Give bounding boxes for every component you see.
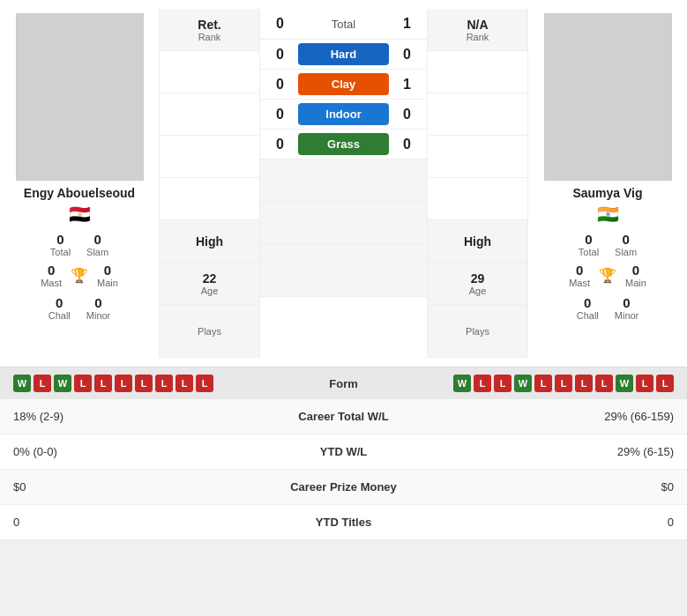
form-badge: L	[656, 375, 674, 392]
left-flag-row: 🇪🇬	[69, 204, 91, 225]
form-section: WLWLLLLLLL Form WLLWLLLLWLL	[0, 367, 687, 399]
left-player-stats-row1: 0 Total 0 Slam	[50, 232, 108, 257]
hard-button: Hard	[298, 43, 389, 65]
right-rank-value: N/A	[467, 18, 488, 32]
indoor-left-score: 0	[269, 107, 291, 122]
left-spacer4	[160, 178, 259, 220]
right-mast-stat: 0 Mast	[569, 263, 590, 288]
hard-row: 0 Hard 0	[260, 40, 427, 70]
grass-button: Grass	[298, 133, 389, 155]
right-form-badges: WLLWLLLLWLL	[388, 375, 675, 392]
ytd-wl-right: 29% (6-15)	[446, 434, 687, 470]
left-form-badges: WLWLLLLLLL	[13, 375, 300, 392]
form-badge: L	[555, 375, 572, 392]
right-age-label: Age	[469, 286, 487, 296]
stats-table: 18% (2-9) Career Total W/L 29% (66-159) …	[0, 399, 687, 540]
left-total-value: 0	[56, 232, 63, 247]
form-badge: W	[54, 375, 71, 392]
form-badge: L	[115, 375, 132, 392]
left-minor-stat: 0 Minor	[86, 295, 111, 321]
right-minor-stat: 0 Minor	[615, 295, 639, 321]
left-mast-value: 0	[48, 263, 55, 278]
left-slam-label: Slam	[86, 247, 108, 257]
right-player-stats-row3: 0 Chall 0 Minor	[577, 295, 639, 321]
right-chall-value: 0	[584, 295, 591, 310]
form-label: Form	[300, 377, 388, 390]
left-age-cell: 22 Age	[160, 263, 259, 305]
right-high-value: High	[464, 234, 491, 249]
right-rank-label: Rank	[467, 32, 489, 42]
grass-right-score: 0	[396, 137, 418, 152]
total-row: 0 Total 1	[260, 9, 427, 40]
clay-row: 0 Clay 1	[260, 70, 427, 100]
indoor-row: 0 Indoor 0	[260, 100, 427, 130]
form-badge: W	[514, 375, 532, 392]
career-wl-left: 18% (2-9)	[0, 399, 241, 434]
form-badge: L	[196, 375, 213, 392]
left-mast-stat: 0 Mast	[41, 263, 62, 288]
right-slam-label: Slam	[615, 247, 637, 257]
left-stat-col: Ret. Rank High 22 Age Plays	[159, 9, 260, 358]
right-stat-col: N/A Rank High 29 Age Plays	[427, 9, 528, 358]
right-mast-value: 0	[576, 263, 583, 278]
left-plays-cell: Plays	[160, 305, 259, 358]
right-age-cell: 29 Age	[428, 263, 527, 305]
left-main-label: Main	[97, 278, 118, 288]
right-trophy-row: 0 Mast 🏆 0 Main	[569, 263, 646, 288]
left-plays-label: Plays	[198, 326, 221, 337]
clay-right-score: 1	[396, 77, 418, 93]
left-flag: 🇪🇬	[69, 204, 91, 225]
left-age-label: Age	[201, 286, 219, 296]
indoor-right-score: 0	[396, 107, 418, 122]
center-plays-spacer	[260, 244, 427, 297]
right-high-cell: High	[428, 220, 527, 263]
left-rank-label: Rank	[198, 32, 221, 42]
right-slam-stat: 0 Slam	[615, 232, 637, 257]
clay-button: Clay	[298, 73, 389, 95]
right-slam-value: 0	[622, 232, 629, 247]
titles-row: 0 YTD Titles 0	[0, 505, 687, 540]
form-badge: L	[74, 375, 92, 392]
left-rank-cell: Ret. Rank	[160, 9, 259, 51]
right-player-photo	[544, 13, 672, 181]
left-high-cell: High	[160, 220, 259, 263]
right-spacer3	[428, 136, 527, 178]
right-main-value: 0	[632, 263, 639, 278]
right-rank-cell: N/A Rank	[428, 9, 527, 51]
prize-left: $0	[0, 470, 241, 505]
right-player-card: Saumya Vig 🇮🇳 0 Total 0 Slam 0 Mast	[528, 9, 687, 358]
left-player-name: Engy Abouelseoud	[24, 186, 135, 200]
left-player-stats-row3: 0 Chall 0 Minor	[49, 295, 111, 321]
prize-row: $0 Career Prize Money $0	[0, 470, 687, 505]
right-spacer4	[428, 178, 527, 220]
form-badge: L	[575, 375, 593, 392]
left-minor-label: Minor	[86, 310, 111, 321]
right-mast-label: Mast	[569, 278, 590, 288]
left-high-value: High	[196, 234, 223, 249]
titles-label: YTD Titles	[241, 505, 447, 540]
right-main-label: Main	[625, 278, 646, 288]
right-spacer1	[428, 51, 527, 93]
left-minor-value: 0	[94, 295, 101, 310]
right-main-stat: 0 Main	[625, 263, 646, 288]
center-stats-wrapper: 0 Total 1 0 Hard 0 0 Clay 1 0 Indoor 0	[260, 9, 427, 358]
left-slam-stat: 0 Slam	[86, 232, 108, 257]
left-spacer1	[160, 51, 259, 93]
clay-left-score: 0	[269, 77, 291, 93]
titles-right: 0	[446, 505, 687, 540]
prize-label: Career Prize Money	[241, 470, 447, 505]
indoor-button: Indoor	[298, 103, 389, 125]
form-badge: L	[34, 375, 51, 392]
right-plays-label: Plays	[466, 326, 489, 337]
form-badge: L	[494, 375, 512, 392]
left-player-card: Engy Abouelseoud 🇪🇬 0 Total 0 Slam 0 Mas…	[0, 9, 159, 358]
grass-row: 0 Grass 0	[260, 130, 427, 160]
total-right-score: 1	[396, 16, 418, 32]
form-badge: L	[474, 375, 491, 392]
center-high-spacer	[260, 160, 427, 202]
right-total-value: 0	[585, 232, 592, 247]
player-section: Engy Abouelseoud 🇪🇬 0 Total 0 Slam 0 Mas…	[0, 0, 687, 367]
right-minor-label: Minor	[615, 310, 639, 321]
left-spacer2	[160, 93, 259, 136]
left-spacer3	[160, 136, 259, 178]
